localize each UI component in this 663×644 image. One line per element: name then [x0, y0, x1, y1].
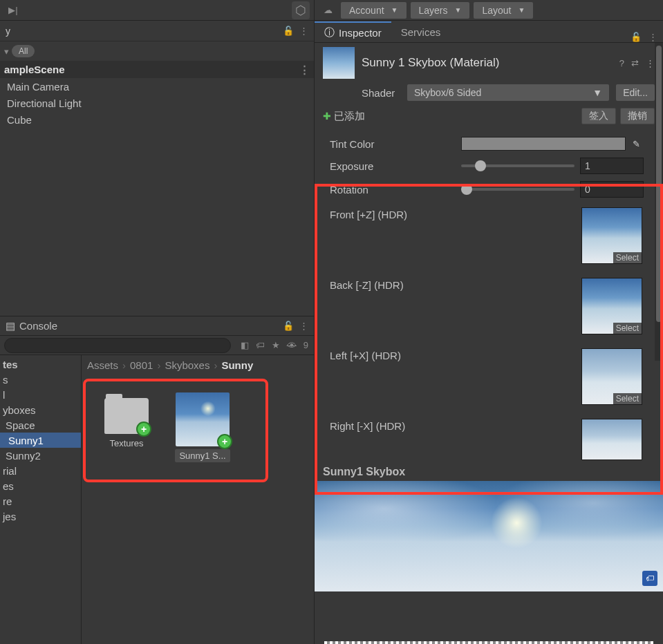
tree-item[interactable]: yboxes	[0, 402, 81, 417]
tree-item-selected[interactable]: Sunny1	[0, 433, 81, 448]
eyedropper-icon[interactable]: ✎	[628, 139, 644, 149]
texture-select-button[interactable]: Select	[613, 252, 642, 263]
exposure-input[interactable]	[580, 158, 644, 174]
texture-slot[interactable]: Select	[581, 207, 642, 264]
texture-select-button[interactable]: Select	[613, 323, 642, 334]
exposure-row: Exposure	[330, 158, 644, 174]
edit-button[interactable]: Edit...	[616, 84, 655, 101]
texture-front-row: Front [+Z] (HDR) Select	[330, 205, 644, 275]
filter-all-pill[interactable]: All	[12, 45, 35, 57]
account-dropdown[interactable]: Account▼	[341, 2, 407, 19]
console-tab[interactable]: ▤ Console	[6, 320, 57, 332]
breadcrumb-item[interactable]: Skyboxes	[165, 359, 209, 371]
kebab-icon[interactable]: ⋮	[648, 32, 657, 42]
tab-label: Services	[401, 26, 441, 38]
shader-dropdown[interactable]: Skybox/6 Sided▼	[407, 84, 609, 101]
scene-kebab-icon[interactable]: ⋮	[299, 64, 310, 76]
tab-services[interactable]: Services	[391, 21, 451, 42]
texture-label: Left [+X] (HDR)	[330, 348, 510, 405]
exposure-slider[interactable]	[461, 164, 575, 167]
lock-icon[interactable]	[283, 26, 294, 36]
tint-color-row: Tint Color ✎	[330, 137, 644, 151]
texture-label: Back [-Z] (HDR)	[330, 278, 510, 334]
hidden-icon[interactable]: 👁	[287, 340, 297, 351]
material-preview-thumb	[323, 47, 355, 79]
hierarchy-item[interactable]: Cube	[0, 111, 314, 128]
tab-label: Inspector	[339, 27, 382, 39]
scene-name: ampleScene	[4, 64, 65, 75]
tree-item[interactable]: jes	[0, 509, 81, 524]
vcs-status-row: ✚ 已添加 签入 撤销	[315, 105, 663, 127]
breadcrumb: Assets› 0801› Skyboxes› Sunny	[82, 355, 314, 375]
cloud-icon[interactable]: ☁	[319, 1, 337, 19]
added-plus-icon: ✚	[323, 111, 331, 122]
hierarchy-item[interactable]: Directional Light	[0, 95, 314, 111]
tint-label: Tint Color	[330, 138, 461, 150]
hdr-indicator	[324, 641, 653, 644]
texture-left-row: Left [+X] (HDR) Select	[330, 345, 644, 416]
tint-color-field[interactable]	[461, 137, 626, 151]
package-icon[interactable]: ⬡	[292, 1, 310, 19]
hierarchy-tab-header: y ⋮	[0, 21, 314, 41]
material-label: Sunny1 S...	[175, 449, 230, 462]
material-preview[interactable]: 🏷	[315, 481, 663, 591]
texture-select-button[interactable]: Select	[613, 393, 642, 404]
inspector-tab-strip: ⓘ Inspector Services ⋮	[315, 21, 663, 43]
kebab-icon[interactable]: ⋮	[299, 321, 308, 331]
tree-item[interactable]: Space	[0, 417, 81, 433]
scrollbar-track[interactable]	[655, 43, 663, 361]
play-step-icon[interactable]: ▶|	[4, 1, 22, 19]
tree-item[interactable]: re	[0, 493, 81, 509]
help-icon[interactable]: ?	[619, 58, 624, 68]
rotation-slider[interactable]	[461, 188, 575, 191]
hierarchy-tab-label: y	[6, 26, 10, 37]
layout-dropdown[interactable]: Layout▼	[474, 2, 533, 19]
tree-item[interactable]: rial	[0, 463, 81, 478]
tag-icon[interactable]: 🏷	[642, 571, 657, 586]
rotation-label: Rotation	[330, 184, 461, 196]
scrollbar-thumb[interactable]	[656, 46, 662, 322]
tree-item[interactable]: s	[0, 372, 81, 387]
preset-icon[interactable]: ⇄	[631, 58, 639, 68]
tree-item[interactable]: es	[0, 478, 81, 493]
added-label: 已添加	[334, 110, 365, 123]
console-label: Console	[19, 320, 57, 332]
material-item[interactable]: + Sunny1 S...	[171, 392, 234, 462]
rotation-row: Rotation	[330, 181, 644, 198]
project-grid: + Textures + Sunny1 S...	[82, 375, 314, 644]
hierarchy-item[interactable]: Main Camera	[0, 78, 314, 95]
filter-type-icon[interactable]: ◧	[241, 340, 249, 350]
exposure-label: Exposure	[330, 160, 461, 172]
preview-title: Sunny1 Skybox	[315, 463, 663, 481]
breadcrumb-item[interactable]: Assets	[87, 359, 118, 371]
texture-label: Right [-X] (HDR)	[330, 419, 510, 460]
material-header: Sunny 1 Skybox (Material) ? ⇄ ⋮	[315, 43, 663, 83]
checkin-button[interactable]: 签入	[581, 108, 616, 124]
project-folder-tree: tes s l yboxes Space Sunny1 Sunny2 rial …	[0, 355, 82, 644]
texture-slot[interactable]: Select	[581, 278, 642, 334]
favorite-star-icon[interactable]: ★	[272, 340, 280, 350]
breadcrumb-item[interactable]: 0801	[130, 359, 153, 371]
scene-row[interactable]: ampleScene ⋮	[0, 61, 314, 78]
hidden-count: 9	[304, 340, 308, 350]
texture-slot[interactable]: Select	[581, 348, 642, 405]
project-search-input[interactable]	[4, 338, 231, 353]
right-toolbar: ☁ Account▼ Layers▼ Layout▼	[315, 0, 663, 21]
tree-item[interactable]: l	[0, 387, 81, 402]
folder-item[interactable]: + Textures	[95, 392, 158, 462]
dropdown-caret-icon[interactable]: ▾	[4, 46, 9, 57]
tree-header: tes	[0, 357, 81, 372]
filter-label-icon[interactable]: 🏷	[256, 340, 265, 350]
tab-inspector[interactable]: ⓘ Inspector	[315, 21, 391, 42]
texture-label: Front [+Z] (HDR)	[330, 207, 510, 264]
kebab-icon[interactable]: ⋮	[299, 26, 308, 36]
texture-slot[interactable]	[581, 419, 642, 460]
rotation-input[interactable]	[580, 181, 644, 198]
revert-button[interactable]: 撤销	[620, 108, 655, 124]
lock-icon[interactable]	[631, 32, 642, 42]
tree-item[interactable]: Sunny2	[0, 448, 81, 463]
lock-icon[interactable]	[283, 321, 294, 331]
layers-dropdown[interactable]: Layers▼	[411, 2, 470, 19]
kebab-icon[interactable]: ⋮	[646, 58, 655, 68]
breadcrumb-item-current: Sunny	[221, 359, 253, 371]
